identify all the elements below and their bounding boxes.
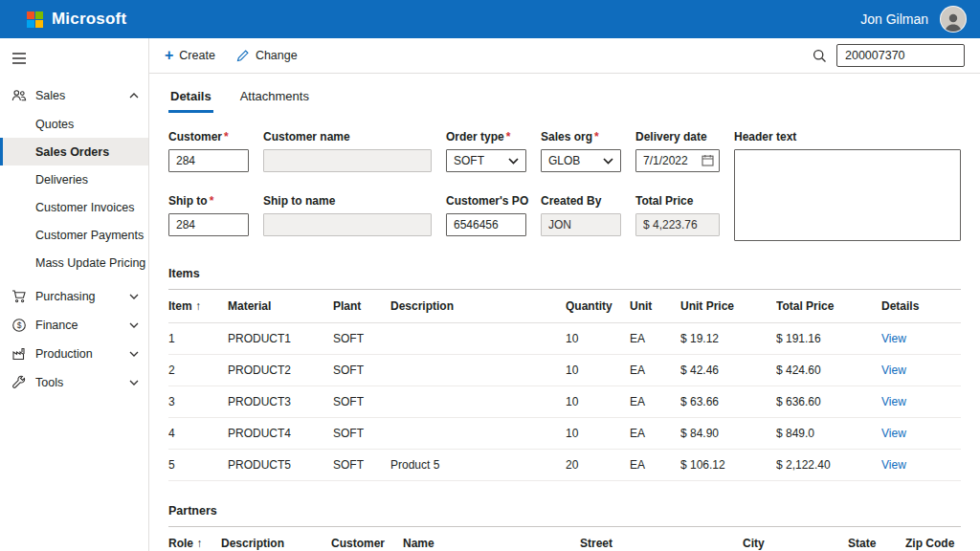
field-ship-to: Ship to* — [168, 194, 249, 244]
nav-item-label: Mass Update Pricing — [35, 256, 145, 270]
customer-input[interactable] — [168, 149, 249, 172]
people-icon — [11, 88, 27, 103]
person-icon — [943, 11, 964, 32]
field-label: Customer* — [168, 130, 249, 143]
dollar-icon: $ — [11, 318, 27, 333]
microsoft-logo-icon — [27, 11, 43, 28]
created-by-input — [541, 213, 621, 236]
column-header[interactable]: Customer — [331, 527, 403, 551]
table-cell: EA — [630, 386, 680, 418]
search-icon[interactable] — [813, 49, 827, 63]
tab-details[interactable]: Details — [168, 85, 213, 113]
column-header[interactable]: Role ↑ — [168, 527, 221, 551]
table-cell: PRODUCT3 — [228, 386, 333, 418]
table-cell — [390, 386, 566, 418]
view-link[interactable]: View — [881, 332, 906, 345]
sidebar-item-customer-payments[interactable]: Customer Payments — [0, 221, 148, 249]
table-cell: SOFT — [333, 355, 390, 386]
sidebar-item-customer-invoices[interactable]: Customer Invoices — [0, 193, 148, 221]
column-header[interactable]: Zip Code — [905, 527, 961, 551]
column-header[interactable]: Material — [228, 290, 333, 323]
nav-item-label: Customer Invoices — [35, 201, 135, 214]
column-header[interactable]: Unit Price — [680, 290, 776, 323]
table-cell: 10 — [566, 355, 630, 386]
column-header[interactable]: Details — [881, 290, 961, 323]
chevron-down-icon — [129, 380, 139, 386]
sidebar-item-production[interactable]: Production — [0, 340, 148, 368]
total-price-input — [635, 213, 720, 236]
column-header[interactable]: Item ↑ — [168, 290, 228, 323]
field-sales-org: Sales org* GLOB — [541, 130, 621, 180]
cart-icon — [11, 289, 27, 304]
main-area: + Create Change Details Attachments — [149, 38, 980, 551]
selected-value: SOFT — [454, 154, 484, 167]
field-label: Order type* — [446, 130, 526, 143]
sidebar-item-tools[interactable]: Tools — [0, 368, 148, 397]
table-row: 4PRODUCT4SOFT10EA$ 84.90$ 849.0View — [168, 418, 961, 450]
table-cell: EA — [630, 450, 680, 481]
sidebar-item-quotes[interactable]: Quotes — [0, 110, 148, 138]
tab-bar: Details Attachments — [168, 85, 961, 113]
sidebar-item-finance[interactable]: $ Finance — [0, 311, 148, 340]
column-header[interactable]: State — [848, 527, 905, 551]
header-text-input[interactable] — [734, 149, 961, 241]
column-header[interactable]: Street — [580, 527, 743, 551]
customers-po-input[interactable] — [446, 213, 526, 236]
field-total-price: Total Price — [635, 194, 720, 244]
column-header[interactable]: Name — [403, 527, 580, 551]
tab-attachments[interactable]: Attachments — [238, 85, 311, 113]
field-label: Total Price — [635, 194, 720, 208]
view-link[interactable]: View — [881, 364, 906, 377]
calendar-icon[interactable] — [702, 154, 714, 166]
table-cell: View — [881, 323, 961, 355]
column-header[interactable]: Plant — [333, 290, 390, 323]
sidebar-item-purchasing[interactable]: Purchasing — [0, 282, 148, 311]
ship-to-input[interactable] — [168, 213, 249, 236]
sidebar-item-sales[interactable]: Sales — [0, 81, 148, 110]
table-row: 1PRODUCT1SOFT10EA$ 19.12$ 191.16View — [168, 323, 961, 355]
sidebar-item-sales-orders[interactable]: Sales Orders — [0, 138, 148, 165]
field-label: Ship to* — [168, 194, 249, 208]
change-button[interactable]: Change — [236, 49, 298, 62]
user-name: Jon Gilman — [860, 11, 928, 27]
table-row: 3PRODUCT3SOFT10EA$ 63.66$ 636.60View — [168, 386, 961, 418]
brand: Microsoft — [27, 10, 126, 29]
column-header[interactable]: Total Price — [776, 290, 881, 323]
create-button[interactable]: + Create — [165, 48, 215, 63]
sidebar-item-deliveries[interactable]: Deliveries — [0, 165, 148, 193]
chevron-down-icon — [508, 158, 519, 165]
table-cell: PRODUCT2 — [228, 355, 333, 386]
view-link[interactable]: View — [881, 395, 906, 408]
column-header[interactable]: Description — [221, 527, 331, 551]
field-order-type: Order type* SOFT — [446, 130, 526, 180]
nav-item-label: Deliveries — [35, 173, 88, 187]
pencil-icon — [236, 49, 250, 62]
menu-toggle-button[interactable] — [0, 44, 38, 76]
selected-value: GLOB — [548, 154, 580, 167]
table-cell: $ 636.60 — [776, 386, 881, 418]
table-cell: View — [881, 418, 961, 450]
sales-org-select[interactable]: GLOB — [541, 149, 621, 172]
section-title: Items — [168, 267, 961, 280]
table-cell — [390, 418, 566, 450]
table-cell: SOFT — [333, 450, 390, 481]
view-link[interactable]: View — [881, 458, 906, 472]
column-header[interactable]: Description — [390, 290, 566, 323]
column-header[interactable]: Unit — [630, 290, 680, 323]
sidebar-item-mass-update-pricing[interactable]: Mass Update Pricing — [0, 249, 148, 276]
order-header-form: Customer* Customer name Order type* SO — [168, 130, 961, 244]
customer-name-input — [263, 149, 432, 172]
nav-group-label: Production — [35, 347, 121, 361]
nav-group-label: Purchasing — [35, 290, 121, 303]
table-cell: $ 42.46 — [680, 355, 776, 386]
action-toolbar: + Create Change — [149, 38, 980, 74]
table-cell: $ 19.12 — [680, 323, 776, 355]
column-header[interactable]: Quantity — [566, 290, 630, 323]
order-type-select[interactable]: SOFT — [446, 149, 526, 172]
view-link[interactable]: View — [881, 427, 906, 440]
column-header[interactable]: City — [743, 527, 848, 551]
search-input[interactable] — [836, 44, 965, 67]
table-cell: PRODUCT4 — [228, 418, 333, 450]
user-avatar[interactable] — [940, 6, 967, 33]
plus-icon: + — [165, 48, 173, 63]
